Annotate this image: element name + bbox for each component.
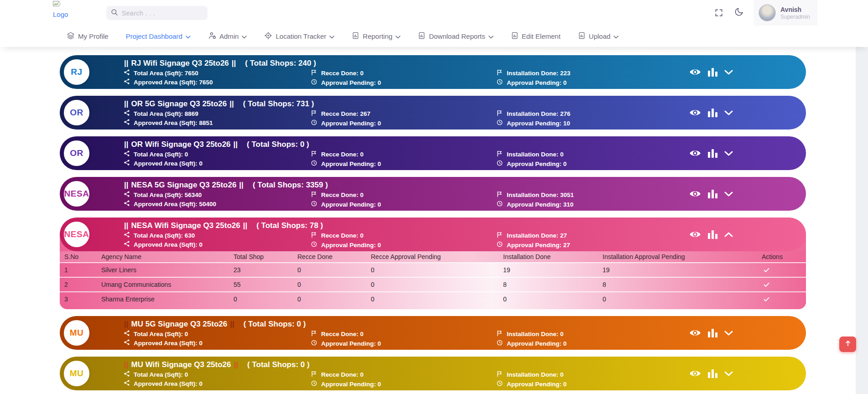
logo[interactable]: Logo (53, 1, 68, 18)
nav-project-dashboard[interactable]: Project Dashboard (126, 32, 191, 40)
total-area-value: 0 (185, 151, 188, 158)
total-area-value: 630 (185, 232, 195, 239)
eye-icon[interactable] (689, 369, 701, 378)
install-pending-value: 0 (563, 161, 567, 167)
bar-chart-icon[interactable] (708, 68, 717, 77)
check-icon[interactable] (762, 268, 806, 273)
row-install-pending: 8 (603, 281, 762, 288)
share-nodes-icon (124, 150, 130, 158)
project-card-header: NESA ||NESA 5G Signage Q3 25to26||( Tota… (60, 177, 806, 211)
fullscreen-icon[interactable] (714, 8, 723, 19)
project-card: OR ||OR 5G Signage Q3 25to26||( Total Sh… (60, 96, 806, 130)
project-title: ||OR 5G Signage Q3 25to26||( Total Shops… (124, 99, 314, 109)
share-nodes-icon (124, 191, 130, 198)
chevron-toggle-icon[interactable] (724, 331, 733, 336)
recce-done-stat: Recce Done: 0 (311, 191, 381, 199)
installation-done-stat: Installation Done: 276 (497, 110, 571, 118)
chevron-toggle-icon[interactable] (724, 371, 733, 376)
recce-approval-pending-stat: Approval Pending: 0 (311, 380, 381, 388)
eye-icon[interactable] (689, 108, 701, 117)
share-nodes-icon (124, 69, 130, 77)
flag-icon (311, 191, 317, 199)
project-abbr-badge: MU (62, 318, 92, 348)
share-nodes-icon (124, 160, 130, 167)
nav-reporting[interactable]: Reporting (352, 31, 400, 41)
project-title: ||OR Wifi Signage Q3 25to26||( Total Sho… (124, 140, 309, 149)
scrollbar[interactable] (856, 47, 868, 394)
nav-my-profile[interactable]: My Profile (67, 31, 109, 41)
chevron-toggle-icon[interactable] (724, 151, 733, 156)
search-bar[interactable] (106, 6, 208, 20)
row-total-shop: 55 (234, 281, 297, 288)
approved-area-value: 0 (199, 380, 203, 387)
project-card-header: OR ||OR Wifi Signage Q3 25to26||( Total … (60, 136, 806, 170)
eye-icon[interactable] (689, 328, 701, 337)
flag-icon (497, 150, 503, 158)
scroll-to-top-button[interactable] (839, 337, 856, 352)
bar-chart-icon[interactable] (708, 109, 717, 117)
total-area-stat: Total Area (Sqft): 0 (124, 150, 203, 158)
search-input[interactable] (122, 10, 195, 17)
project-abbr-badge: NESA (62, 179, 92, 209)
row-total-shop: 23 (234, 266, 297, 274)
chevron-down-icon (395, 32, 400, 40)
recce-done-value: 0 (360, 331, 364, 337)
clock-icon (311, 160, 317, 167)
chevron-toggle-icon[interactable] (724, 70, 733, 75)
recce-pending-value: 0 (378, 340, 381, 347)
install-pending-value: 10 (563, 120, 570, 127)
share-nodes-icon (124, 371, 130, 378)
share-nodes-icon (124, 78, 130, 86)
row-install-done: 0 (503, 296, 603, 303)
recce-pending-value: 0 (378, 381, 381, 388)
check-icon[interactable] (762, 282, 806, 287)
check-icon[interactable] (762, 297, 806, 302)
total-area-value: 56340 (185, 192, 202, 198)
recce-done-value: 0 (360, 151, 364, 158)
agency-table-row[interactable]: 1 Silver Liners 23 0 0 19 19 (60, 262, 806, 277)
row-install-pending: 0 (603, 296, 762, 303)
eye-icon[interactable] (689, 189, 701, 198)
moon-icon[interactable] (734, 7, 744, 19)
nav-edit-element[interactable]: Edit Element (511, 31, 561, 41)
eye-icon[interactable] (689, 149, 701, 158)
nav-location-tracker[interactable]: Location Tracker (264, 31, 334, 41)
bar-chart-icon[interactable] (708, 190, 717, 198)
project-card: NESA ||NESA Wifi Signage Q3 25to26||( To… (60, 218, 806, 309)
total-shops: ( Total Shops: 731 ) (243, 99, 314, 108)
approved-area-value: 7650 (199, 79, 213, 86)
clock-icon (497, 380, 503, 388)
share-nodes-icon (124, 200, 130, 207)
agency-table-row[interactable]: 2 Umang Communications 55 0 0 8 8 (60, 277, 806, 291)
installation-done-stat: Installation Done: 0 (497, 150, 567, 158)
recce-pending-value: 0 (378, 242, 381, 249)
eye-icon[interactable] (689, 67, 701, 77)
agency-table-row[interactable]: 3 Sharma Enterprise 0 0 0 0 0 (60, 291, 806, 306)
eye-icon[interactable] (689, 230, 701, 239)
nav-download-reports[interactable]: Download Reports (418, 31, 493, 41)
user-menu[interactable]: Avnish Superadmin (754, 0, 817, 26)
flag-icon (497, 232, 503, 239)
chevron-toggle-icon[interactable] (724, 192, 733, 197)
agency-table-header: S.No Agency Name Total Shop Recce Done R… (60, 251, 806, 262)
flag-icon (311, 110, 317, 118)
chevron-toggle-icon[interactable] (724, 232, 733, 237)
recce-approval-pending-stat: Approval Pending: 0 (311, 201, 381, 208)
nav-admin[interactable]: Admin (208, 31, 247, 41)
install-done-value: 27 (560, 232, 567, 239)
row-agency-name: Umang Communications (101, 281, 234, 288)
install-pending-value: 0 (563, 381, 567, 388)
card-actions (689, 328, 733, 337)
bar-chart-icon[interactable] (708, 329, 717, 337)
bar-chart-icon[interactable] (708, 369, 717, 378)
bar-chart-icon[interactable] (708, 149, 717, 158)
nav-upload[interactable]: Upload (578, 31, 619, 41)
row-recce-pending: 0 (371, 281, 503, 288)
share-nodes-icon (124, 119, 130, 126)
project-card-header: MU ||MU 5G Signage Q3 25to26||( Total Sh… (60, 316, 806, 350)
project-name: OR Wifi Signage Q3 25to26 (131, 140, 231, 149)
install-done-value: 0 (560, 151, 564, 158)
chevron-toggle-icon[interactable] (724, 110, 733, 115)
pipe-separator: || (243, 221, 248, 230)
bar-chart-icon[interactable] (708, 230, 717, 239)
